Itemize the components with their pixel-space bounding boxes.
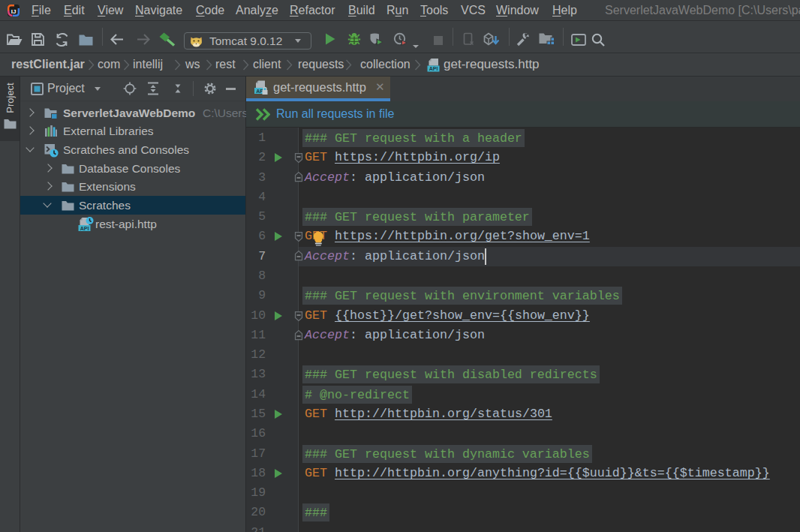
svg-text:API: API (429, 66, 438, 71)
svg-text:API: API (80, 226, 89, 231)
svg-text:IJ: IJ (11, 8, 17, 15)
